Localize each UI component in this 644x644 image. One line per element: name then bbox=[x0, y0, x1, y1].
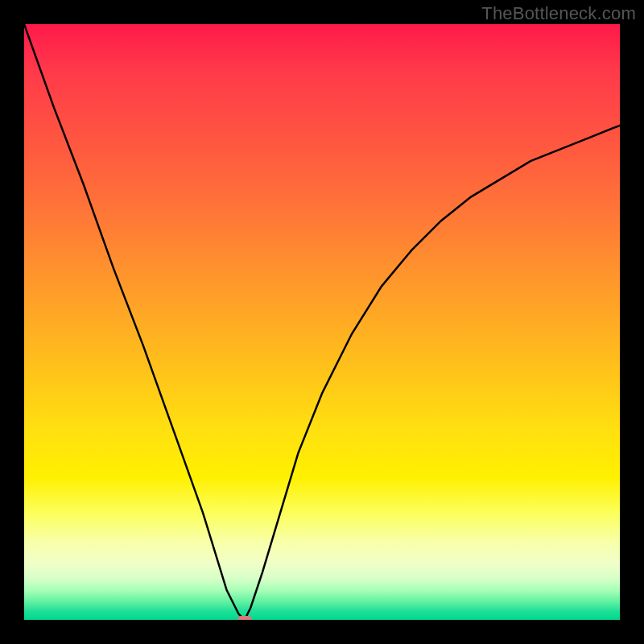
curve-path bbox=[24, 24, 620, 620]
watermark-text: TheBottleneck.com bbox=[481, 3, 636, 24]
plot-area bbox=[24, 24, 620, 620]
optimum-marker bbox=[237, 616, 252, 620]
bottleneck-curve bbox=[24, 24, 620, 620]
